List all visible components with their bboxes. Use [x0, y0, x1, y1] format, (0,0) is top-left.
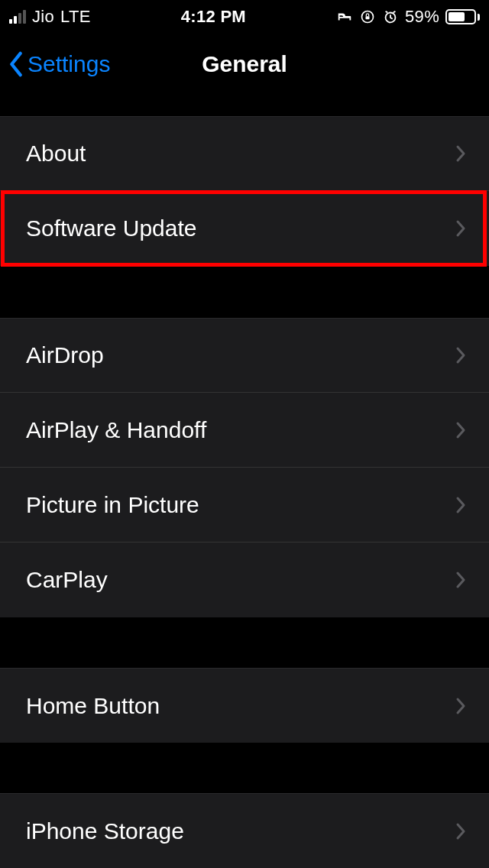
page-title: General: [202, 51, 287, 77]
clock: 4:12 PM: [181, 7, 246, 27]
status-right: 59%: [336, 7, 480, 27]
chevron-right-icon: [455, 144, 466, 163]
battery-icon: [445, 9, 480, 24]
cell-label: About: [26, 141, 455, 167]
cell-software-update[interactable]: Software Update: [0, 191, 489, 266]
cell-label: AirPlay & Handoff: [26, 417, 455, 443]
group-separator: [0, 617, 489, 668]
cell-label: CarPlay: [26, 567, 455, 593]
back-button[interactable]: Settings: [8, 51, 110, 77]
battery-percent: 59%: [405, 7, 439, 27]
status-bar: Jio LTE 4:12 PM 59%: [0, 0, 489, 34]
svg-rect-1: [366, 16, 370, 19]
signal-icon: [9, 10, 26, 24]
cell-home-button[interactable]: Home Button: [0, 668, 489, 743]
nav-bar: Settings General: [0, 34, 489, 95]
chevron-right-icon: [455, 697, 466, 715]
cell-label: AirDrop: [26, 342, 455, 368]
cell-about[interactable]: About: [0, 116, 489, 191]
carrier-label: Jio: [32, 7, 54, 27]
cell-airdrop[interactable]: AirDrop: [0, 318, 489, 393]
cell-carplay[interactable]: CarPlay: [0, 542, 489, 617]
group-separator: [0, 743, 489, 793]
cell-iphone-storage[interactable]: iPhone Storage: [0, 793, 489, 868]
group-separator: [0, 266, 489, 318]
chevron-right-icon: [455, 421, 466, 439]
cell-label: Home Button: [26, 693, 455, 719]
cell-label: Software Update: [26, 215, 455, 241]
cell-airplay-handoff[interactable]: AirPlay & Handoff: [0, 393, 489, 468]
chevron-right-icon: [455, 219, 466, 238]
network-label: LTE: [60, 7, 91, 27]
cell-label: Picture in Picture: [26, 492, 455, 518]
bed-icon: [336, 8, 353, 25]
cell-picture-in-picture[interactable]: Picture in Picture: [0, 468, 489, 542]
chevron-left-icon: [8, 51, 24, 77]
back-label: Settings: [28, 51, 110, 77]
orientation-lock-icon: [359, 8, 376, 25]
group-separator: [0, 95, 489, 116]
chevron-right-icon: [455, 822, 466, 840]
chevron-right-icon: [455, 346, 466, 364]
chevron-right-icon: [455, 496, 466, 514]
cell-label: iPhone Storage: [26, 818, 455, 844]
status-left: Jio LTE: [9, 7, 91, 27]
chevron-right-icon: [455, 571, 466, 589]
alarm-icon: [382, 8, 399, 25]
